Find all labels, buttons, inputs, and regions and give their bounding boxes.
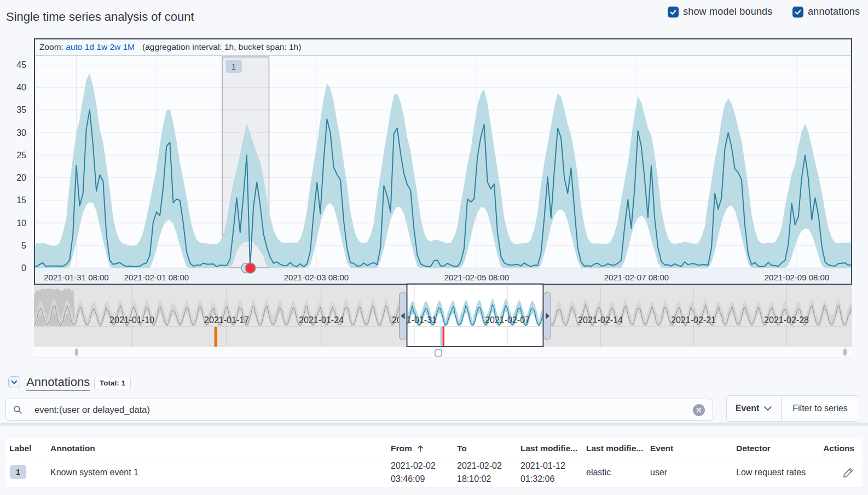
svg-text:2021-02-05 08:00: 2021-02-05 08:00 bbox=[444, 273, 509, 282]
svg-text:30: 30 bbox=[16, 128, 26, 137]
svg-text:15: 15 bbox=[16, 195, 26, 205]
svg-text:10: 10 bbox=[16, 218, 26, 228]
svg-text:2021-02-03 08:00: 2021-02-03 08:00 bbox=[284, 273, 349, 282]
svg-text:2021-02-28: 2021-02-28 bbox=[764, 315, 809, 325]
svg-text:2021-02-07: 2021-02-07 bbox=[485, 315, 530, 325]
svg-text:5: 5 bbox=[21, 241, 26, 250]
svg-text:0: 0 bbox=[21, 263, 26, 273]
svg-text:2021-02-09 08:00: 2021-02-09 08:00 bbox=[765, 273, 829, 282]
svg-text:2021-02-07 08:00: 2021-02-07 08:00 bbox=[604, 273, 669, 282]
svg-text:2021-02-21: 2021-02-21 bbox=[671, 315, 716, 325]
svg-text:20: 20 bbox=[16, 173, 26, 182]
svg-text:2021-01-31 08:00: 2021-01-31 08:00 bbox=[44, 273, 108, 282]
svg-text:35: 35 bbox=[16, 105, 26, 114]
svg-text:1: 1 bbox=[232, 62, 236, 71]
svg-text:2021-02-14: 2021-02-14 bbox=[578, 315, 623, 325]
svg-text:40: 40 bbox=[16, 83, 26, 92]
svg-text:2021-01-31: 2021-01-31 bbox=[392, 315, 437, 325]
svg-text:45: 45 bbox=[16, 60, 26, 70]
svg-text:2021-01-10: 2021-01-10 bbox=[109, 315, 154, 325]
svg-text:2021-02-01 08:00: 2021-02-01 08:00 bbox=[124, 273, 189, 282]
svg-text:2021-01-24: 2021-01-24 bbox=[299, 315, 344, 325]
svg-text:25: 25 bbox=[16, 151, 26, 160]
svg-text:2021-01-17: 2021-01-17 bbox=[204, 315, 249, 325]
